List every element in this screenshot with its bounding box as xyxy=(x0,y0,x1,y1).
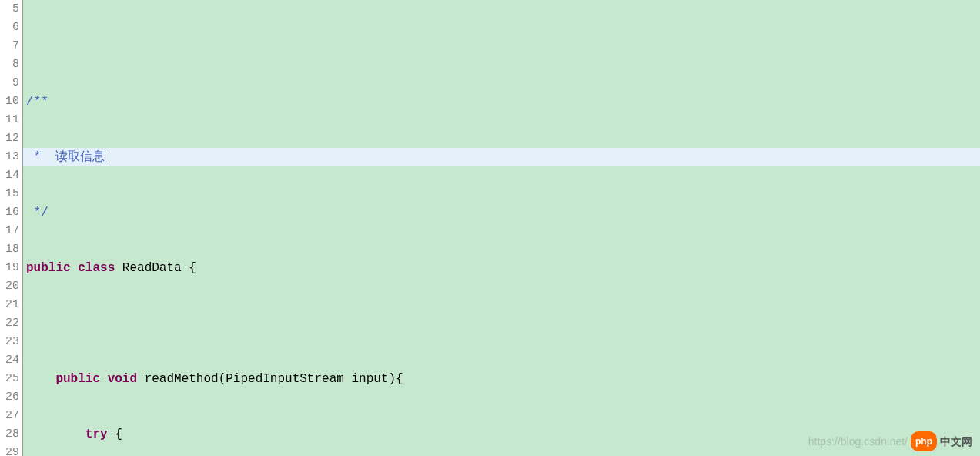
line-number: 12 xyxy=(0,129,19,148)
watermark: https://blog.csdn.net/ php 中文网 xyxy=(808,431,972,451)
line-number: 13 xyxy=(0,148,19,166)
line-number: 26 xyxy=(0,388,19,407)
line-number: 15 xyxy=(0,185,19,203)
line-number: 21 xyxy=(0,296,19,314)
line-number: 18 xyxy=(0,240,19,259)
line-number: 22 xyxy=(0,314,19,333)
line-number: 24 xyxy=(0,351,19,370)
code-line[interactable]: /** xyxy=(23,92,980,111)
line-number: 27 xyxy=(0,407,19,425)
line-number: 17 xyxy=(0,222,19,240)
line-number: 23 xyxy=(0,333,19,351)
code-area[interactable]: /** * 读取信息 */ public class ReadData { pu… xyxy=(23,0,980,456)
text-cursor xyxy=(105,150,105,164)
line-number: 7 xyxy=(0,37,19,55)
watermark-badge: php xyxy=(911,431,937,451)
code-line[interactable]: public class ReadData { xyxy=(23,259,980,277)
line-number: 6 xyxy=(0,18,19,37)
code-editor[interactable]: 5 6 7 8 9 10 11 12 13 14 15 16 17 18 19 … xyxy=(0,0,980,456)
code-line[interactable] xyxy=(23,314,980,333)
line-number: 10 xyxy=(0,92,19,111)
line-number: 5 xyxy=(0,0,19,18)
line-number: 8 xyxy=(0,55,19,74)
code-line[interactable]: */ xyxy=(23,203,980,222)
watermark-text: 中文网 xyxy=(940,432,972,451)
code-line[interactable]: public void readMethod(PipedInputStream … xyxy=(23,370,980,388)
line-number: 14 xyxy=(0,166,19,185)
line-number: 19 xyxy=(0,259,19,277)
code-line[interactable] xyxy=(23,37,980,55)
watermark-url: https://blog.csdn.net/ xyxy=(808,432,908,451)
line-number-gutter: 5 6 7 8 9 10 11 12 13 14 15 16 17 18 19 … xyxy=(0,0,23,456)
line-number: 28 xyxy=(0,425,19,444)
line-number: 25 xyxy=(0,370,19,388)
line-number: 20 xyxy=(0,277,19,296)
code-line-current[interactable]: * 读取信息 xyxy=(23,148,980,166)
line-number: 11 xyxy=(0,111,19,129)
line-number: 16 xyxy=(0,203,19,222)
line-number: 9 xyxy=(0,74,19,92)
line-number: 29 xyxy=(0,444,19,456)
